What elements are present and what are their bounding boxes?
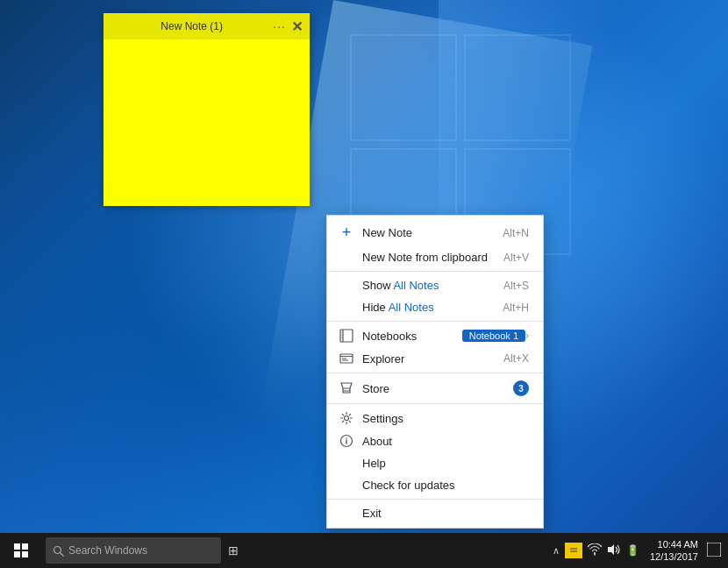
menu-item-notebooks-label: Notebooks xyxy=(362,330,459,343)
svg-point-21 xyxy=(346,437,347,439)
settings-icon xyxy=(338,411,355,425)
svg-rect-14 xyxy=(340,356,353,357)
menu-separator-1 xyxy=(327,271,543,272)
menu-item-store-label: Store xyxy=(362,382,508,395)
menu-separator-4 xyxy=(327,403,543,404)
explorer-icon xyxy=(338,351,355,366)
menu-separator-5 xyxy=(327,499,543,500)
menu-item-notebooks[interactable]: Notebooks Notebook 1 › xyxy=(327,324,543,347)
sticky-note-title: New Note (1) xyxy=(111,20,273,32)
taskbar-clock[interactable]: 10:44 AM 12/13/2017 xyxy=(645,538,698,564)
hide-all-highlight: All Notes xyxy=(389,301,434,314)
svg-line-27 xyxy=(61,553,63,556)
svg-rect-28 xyxy=(568,545,579,556)
svg-rect-22 xyxy=(14,543,20,550)
menu-item-check-updates[interactable]: Check for updates xyxy=(327,474,543,496)
menu-item-explorer-shortcut: Alt+X xyxy=(503,352,529,365)
context-menu: + New Note Alt+N New Note from clipboard… xyxy=(326,215,544,529)
desktop: New Note (1) ··· ✕ + New Note Alt+N New … xyxy=(0,0,728,568)
volume-svg xyxy=(607,543,621,556)
svg-rect-8 xyxy=(340,330,353,342)
taskbar: Search Windows ⊞ ∧ xyxy=(0,533,728,568)
menu-item-explorer[interactable]: Explorer Alt+X xyxy=(327,347,543,370)
notebook-badge: Notebook 1 xyxy=(462,330,525,342)
store-badge: 3 xyxy=(513,380,529,396)
start-button[interactable] xyxy=(0,533,42,568)
menu-item-new-note-shortcut: Alt+N xyxy=(503,227,529,239)
menu-item-settings-label: Settings xyxy=(362,412,529,425)
notification-icon xyxy=(707,543,721,557)
task-view-button[interactable]: ⊞ xyxy=(228,543,239,557)
menu-item-help-label: Help xyxy=(362,457,529,470)
svg-rect-23 xyxy=(22,543,28,550)
menu-separator-3 xyxy=(327,373,543,373)
new-note-icon: + xyxy=(338,224,355,242)
notification-button[interactable] xyxy=(707,543,721,559)
sticky-note-controls: ··· ✕ xyxy=(273,18,303,35)
menu-item-store[interactable]: Store 3 xyxy=(327,376,543,401)
svg-marker-5 xyxy=(465,35,570,140)
tray-hidden-icon[interactable]: ∧ xyxy=(553,545,560,557)
notebooks-icon xyxy=(338,329,355,343)
show-all-highlight: All Notes xyxy=(393,279,439,292)
taskbar-search-placeholder: Search Windows xyxy=(68,544,147,557)
sticky-menu-button[interactable]: ··· xyxy=(273,19,286,33)
notebooks-arrow: › xyxy=(525,330,529,342)
menu-item-check-updates-label: Check for updates xyxy=(362,479,529,492)
store-icon xyxy=(338,381,355,395)
menu-item-exit-label: Exit xyxy=(362,507,529,520)
svg-rect-24 xyxy=(14,551,20,557)
menu-separator-2 xyxy=(327,321,543,322)
menu-item-about-label: About xyxy=(362,435,529,448)
menu-item-new-note-clipboard[interactable]: New Note from clipboard Alt+V xyxy=(327,246,543,268)
about-icon xyxy=(338,434,355,448)
power-icon[interactable]: 🔋 xyxy=(626,544,639,557)
sticky-note: New Note (1) ··· ✕ xyxy=(103,13,310,206)
menu-item-show-all-label: Show All Notes xyxy=(362,279,496,292)
menu-item-show-all[interactable]: Show All Notes Alt+S xyxy=(327,274,543,296)
menu-item-about[interactable]: About xyxy=(327,430,543,452)
svg-marker-4 xyxy=(351,35,456,140)
menu-item-new-note-clipboard-label: New Note from clipboard xyxy=(362,251,496,264)
svg-rect-25 xyxy=(22,551,28,557)
svg-point-18 xyxy=(345,416,349,421)
sticky-note-body[interactable] xyxy=(103,39,310,206)
menu-item-new-note[interactable]: + New Note Alt+N xyxy=(327,219,543,246)
sticky-close-button[interactable]: ✕ xyxy=(291,18,303,35)
menu-item-help[interactable]: Help xyxy=(327,452,543,474)
sticky-note-header: New Note (1) ··· ✕ xyxy=(103,13,310,39)
sticky-notes-tray-icon[interactable] xyxy=(565,543,582,558)
menu-item-explorer-label: Explorer xyxy=(362,352,496,366)
taskbar-search[interactable]: Search Windows xyxy=(46,537,221,564)
svg-rect-32 xyxy=(707,543,721,557)
system-tray: ∧ xyxy=(553,538,728,564)
menu-item-exit[interactable]: Exit xyxy=(327,502,543,524)
menu-item-show-all-shortcut: Alt+S xyxy=(503,280,529,292)
svg-point-26 xyxy=(54,546,61,553)
menu-item-hide-all[interactable]: Hide All Notes Alt+H xyxy=(327,296,543,318)
sticky-tray-svg xyxy=(567,544,580,557)
taskbar-search-icon xyxy=(53,545,64,557)
windows-start-icon xyxy=(14,543,28,557)
menu-item-hide-all-label: Hide All Notes xyxy=(362,301,496,314)
menu-item-settings[interactable]: Settings xyxy=(327,407,543,430)
wifi-svg xyxy=(588,543,602,556)
menu-item-hide-all-shortcut: Alt+H xyxy=(503,302,529,314)
svg-marker-31 xyxy=(608,544,614,555)
menu-item-new-note-clipboard-shortcut: Alt+V xyxy=(503,252,529,264)
volume-icon[interactable] xyxy=(607,543,621,558)
taskbar-date-display: 12/13/2017 xyxy=(650,550,698,563)
menu-item-new-note-label: New Note xyxy=(362,226,496,239)
wifi-icon[interactable] xyxy=(588,543,602,558)
taskbar-time-display: 10:44 AM xyxy=(650,538,698,550)
